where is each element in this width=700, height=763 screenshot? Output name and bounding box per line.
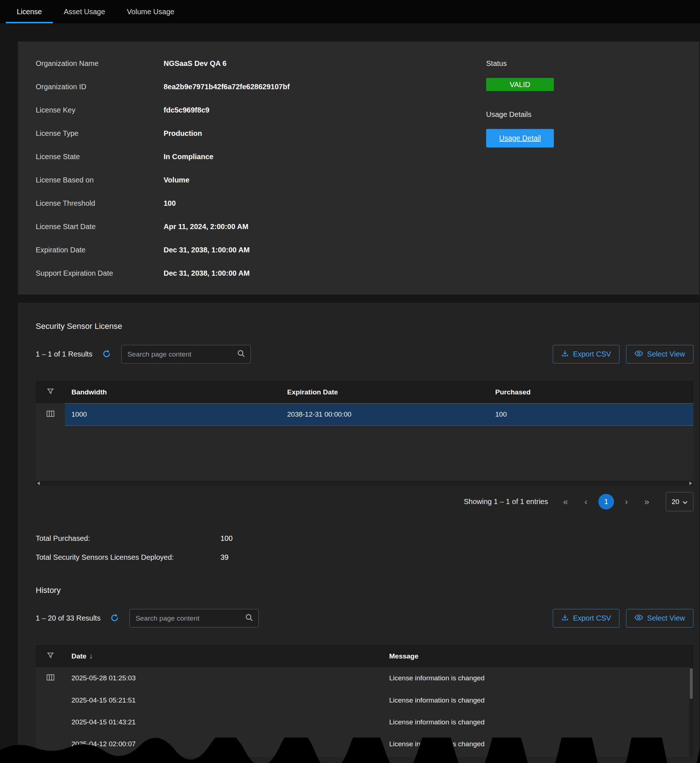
page-size-select[interactable]: 20: [666, 492, 694, 511]
cell-date: 2025-04-15 01:43:21: [65, 718, 383, 726]
history-row[interactable]: 2025-04-15 05:21:51 License information …: [36, 689, 694, 711]
history-results-count: 1 – 20 of 33 Results: [36, 614, 101, 623]
field-label: License State: [36, 153, 164, 161]
cell-date: 2025-05-28 01:25:03: [65, 674, 383, 682]
field-license-based-on: License Based on Volume: [36, 168, 694, 192]
current-page-button[interactable]: 1: [598, 494, 614, 510]
sensor-search-box: [121, 345, 251, 364]
tab-license[interactable]: License: [6, 0, 53, 23]
cell-date: 2025-04-15 05:21:51: [65, 696, 383, 704]
field-label: Support Expiration Date: [36, 269, 164, 278]
tab-asset-usage[interactable]: Asset Usage: [53, 0, 116, 23]
filter-button[interactable]: [36, 652, 65, 661]
history-refresh-button[interactable]: [110, 613, 119, 624]
history-select-view-button[interactable]: Select View: [626, 609, 694, 627]
next-page-button[interactable]: ›: [616, 493, 637, 510]
filter-button[interactable]: [36, 387, 65, 396]
sensor-table-header: Bandwidth Expiration Date Purchased: [36, 381, 694, 403]
sensor-pagination: Showing 1 – 1 of 1 entries « ‹ 1 › » 20: [36, 492, 694, 511]
field-license-type: License Type Production: [36, 122, 694, 145]
column-header-purchased[interactable]: Purchased: [489, 388, 694, 396]
history-row[interactable]: 2025-04-15 01:43:21 License information …: [36, 711, 694, 733]
history-row[interactable]: 2025-04-12 02:00:07 License information …: [36, 733, 694, 755]
totals-block: Total Purchased: 100 Total Security Sens…: [36, 529, 694, 567]
columns-button[interactable]: [36, 403, 65, 426]
search-icon: [237, 349, 245, 359]
field-value: Production: [164, 129, 694, 138]
history-search-input[interactable]: [135, 614, 245, 623]
eye-icon: [634, 614, 643, 623]
field-support-expiration-date: Support Expiration Date Dec 31, 2038, 1:…: [36, 262, 694, 285]
columns-button[interactable]: [36, 667, 65, 689]
prev-page-button[interactable]: ‹: [576, 493, 596, 510]
cell-date: 2025-04-12 02:00:07: [65, 740, 383, 748]
total-deployed-value: 39: [220, 553, 694, 562]
export-csv-label: Export CSV: [573, 350, 611, 358]
column-header-message[interactable]: Message: [383, 652, 694, 660]
field-organization-name: Organization Name NGSaaS Dev QA 6: [36, 52, 694, 75]
selected-row-cells: 1000 2038-12-31 00:00:00 100: [65, 403, 694, 426]
tab-volume-usage[interactable]: Volume Usage: [116, 0, 185, 23]
tab-license-label: License: [17, 8, 42, 16]
column-header-bandwidth[interactable]: Bandwidth: [65, 388, 281, 396]
columns-icon: [47, 674, 54, 682]
usage-detail-button[interactable]: Usage Detail: [486, 129, 554, 148]
horizontal-scrollbar[interactable]: [36, 481, 694, 485]
row-gutter: [36, 711, 65, 733]
sensor-search-input[interactable]: [127, 350, 237, 359]
column-header-expiration-date[interactable]: Expiration Date: [281, 388, 489, 396]
history-row[interactable]: 2025-05-28 01:25:03 License information …: [36, 667, 694, 689]
field-label: License Threshold: [36, 199, 164, 208]
field-license-start-date: License Start Date Apr 11, 2024, 2:00:00…: [36, 215, 694, 238]
showing-entries-text: Showing 1 – 1 of 1 entries: [464, 498, 548, 506]
column-header-date-label: Date: [72, 652, 86, 660]
first-page-button[interactable]: «: [555, 493, 576, 510]
row-gutter: [36, 689, 65, 711]
scroll-right-icon[interactable]: [689, 482, 692, 485]
total-purchased-value: 100: [220, 534, 694, 543]
sort-desc-icon: ↓: [89, 652, 93, 660]
scroll-left-icon[interactable]: [37, 482, 40, 485]
field-value: Volume: [164, 176, 694, 184]
status-block: Status VALID Usage Details Usage Detail: [486, 52, 588, 148]
export-csv-label: Export CSV: [573, 614, 611, 623]
history-search-box: [130, 609, 259, 627]
field-license-threshold: License Threshold 100: [36, 192, 694, 215]
download-icon: [561, 614, 569, 623]
total-deployed-label: Total Security Sensors Licenses Deployed…: [36, 553, 220, 562]
columns-icon: [47, 410, 54, 418]
total-deployed-row: Total Security Sensors Licenses Deployed…: [36, 548, 694, 567]
license-page: License Asset Usage Volume Usage Organiz…: [0, 0, 700, 763]
table-row[interactable]: 1000 2038-12-31 00:00:00 100: [36, 403, 694, 426]
total-purchased-row: Total Purchased: 100: [36, 529, 694, 548]
eye-icon: [634, 350, 643, 358]
field-label: License Based on: [36, 176, 164, 184]
vertical-scrollbar[interactable]: [689, 667, 694, 757]
sensor-refresh-button[interactable]: [102, 349, 111, 359]
field-value: Dec 31, 2038, 1:00:00 AM: [164, 269, 694, 278]
history-row-cells: 2025-04-12 02:00:07 License information …: [65, 733, 694, 755]
sensor-select-view-button[interactable]: Select View: [626, 345, 694, 364]
page-size-value: 20: [672, 498, 679, 506]
history-row-cells: 2025-05-28 01:25:03 License information …: [65, 667, 694, 689]
field-label: Expiration Date: [36, 246, 164, 254]
cell-purchased: 100: [489, 410, 694, 418]
column-header-date[interactable]: Date ↓: [65, 652, 383, 660]
cell-bandwidth: 1000: [65, 410, 281, 418]
field-value: fdc5c969f8c9: [164, 106, 694, 114]
refresh-icon: [102, 349, 111, 359]
field-expiration-date: Expiration Date Dec 31, 2038, 1:00:00 AM: [36, 238, 694, 262]
scrollbar-thumb[interactable]: [690, 668, 693, 699]
field-label: Organization ID: [36, 83, 164, 91]
status-badge: VALID: [486, 78, 554, 91]
sensor-export-csv-button[interactable]: Export CSV: [553, 345, 619, 364]
last-page-button[interactable]: »: [637, 493, 657, 510]
history-export-csv-button[interactable]: Export CSV: [553, 609, 619, 627]
history-table: Date ↓ Message 2025-05-28 01:25:03 Licen…: [36, 645, 694, 757]
tab-bar: License Asset Usage Volume Usage: [0, 0, 700, 23]
field-label: License Start Date: [36, 223, 164, 231]
field-value: Dec 31, 2038, 1:00:00 AM: [164, 246, 694, 254]
cell-message: License information is changed: [383, 674, 694, 682]
license-fields: Organization Name NGSaaS Dev QA 6 Organi…: [36, 52, 694, 285]
cell-message: License information is changed: [383, 696, 694, 704]
